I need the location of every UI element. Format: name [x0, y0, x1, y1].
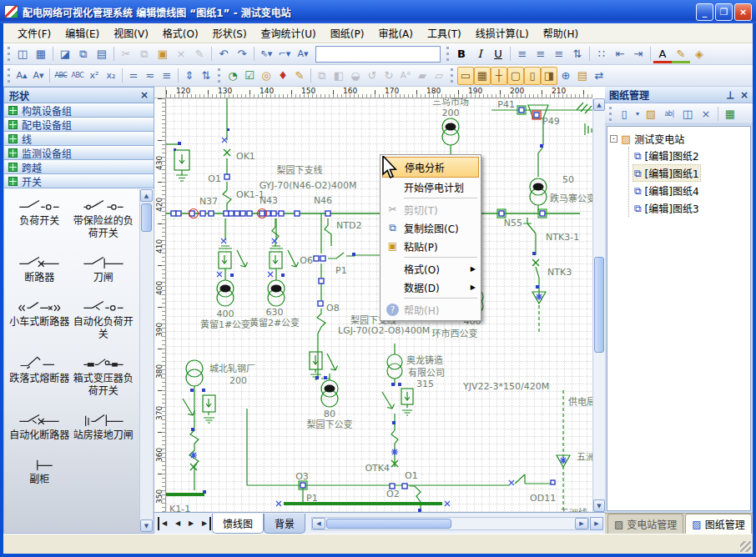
strikethrough-icon[interactable]: ABC: [53, 67, 69, 85]
scrollbar-thumb[interactable]: [326, 519, 451, 529]
send-back-icon[interactable]: ▱: [431, 67, 447, 85]
new-drawing-dropdown[interactable]: ▾: [633, 104, 642, 123]
menu-item[interactable]: 形状(S): [207, 23, 253, 43]
menu-item[interactable]: 文件(F): [12, 23, 57, 43]
shape-item-load-switch[interactable]: 负荷开关: [8, 197, 72, 240]
menu-item[interactable]: 工具(T): [421, 23, 467, 43]
font-color-icon[interactable]: A: [653, 45, 672, 63]
subscript-icon[interactable]: x₂: [103, 67, 119, 85]
last-sheet-button[interactable]: ▶: [198, 517, 211, 530]
canvas-vertical-scrollbar[interactable]: ▲ ▼: [592, 98, 605, 512]
shape-item-trolley-breaker[interactable]: 小车式断路器: [8, 298, 72, 341]
page-setup-icon[interactable]: ▯: [524, 67, 541, 85]
edit-note-icon[interactable]: ✎: [291, 67, 308, 85]
swap-colors-icon[interactable]: ◨: [541, 67, 557, 85]
pan-zoom-icon[interactable]: ⊕: [557, 67, 574, 85]
context-menu-item-data[interactable]: 数据(D) ▶: [382, 278, 479, 296]
bullets-icon[interactable]: ∷: [592, 45, 611, 63]
space-above-icon[interactable]: ⇕: [181, 67, 198, 85]
shape-item-box-transformer-load-switch[interactable]: 箱式变压器负荷开关: [72, 354, 136, 398]
shape-item-dropout-fuse[interactable]: 跌落式熔断器: [8, 354, 72, 398]
fill-color-icon[interactable]: ◈: [690, 45, 708, 63]
paste-icon[interactable]: ▣: [154, 45, 172, 63]
drawing-tree-item[interactable]: ⧉ [编辑]图纸4: [633, 182, 701, 199]
grid-toggle-icon[interactable]: ▦: [474, 67, 491, 85]
menu-item[interactable]: 审批(A): [372, 23, 419, 43]
connector-tool-icon[interactable]: ⌐▾: [275, 45, 294, 63]
font-name-input[interactable]: [315, 46, 441, 63]
stamp-icon[interactable]: ♦: [275, 67, 291, 85]
scrollbar-track[interactable]: [452, 518, 575, 529]
line-spacing-15-icon[interactable]: ≂: [142, 67, 159, 85]
rotate-left-icon[interactable]: ↺: [364, 67, 381, 85]
next-sheet-button[interactable]: ▶: [184, 517, 198, 530]
delete-drawing-icon[interactable]: ×: [697, 104, 715, 123]
approve-drawing-icon[interactable]: ☑: [241, 67, 258, 85]
shape-group-bar[interactable]: 开关: [3, 174, 154, 188]
shape-item-circuit-breaker[interactable]: 断路器: [8, 253, 72, 284]
properties-icon[interactable]: ▤: [574, 67, 591, 85]
vertical-text-icon[interactable]: ⇅: [568, 45, 587, 63]
sheet-tab[interactable]: 背景: [264, 514, 305, 534]
new-drawing-icon[interactable]: ▯: [615, 104, 633, 123]
menu-item[interactable]: 编辑(E): [59, 23, 105, 43]
scroll-down-icon[interactable]: ▼: [140, 519, 153, 532]
line-spacing-single-icon[interactable]: =: [125, 67, 142, 85]
bring-front-icon[interactable]: ▰: [414, 67, 431, 85]
align-shapes-icon[interactable]: ⧉: [314, 67, 330, 85]
superscript-icon[interactable]: x²: [86, 67, 103, 85]
menu-item[interactable]: 线损计算(L): [470, 23, 535, 43]
collapse-icon[interactable]: -: [610, 135, 617, 143]
text-tool-icon[interactable]: A▾: [294, 45, 312, 63]
scroll-right-icon[interactable]: ▶: [575, 518, 588, 529]
shape-group-bar[interactable]: 跨越: [3, 160, 154, 174]
grow-font-icon[interactable]: A▴: [13, 67, 30, 85]
gallery-scrollbar[interactable]: ▲ ▼: [139, 189, 153, 532]
context-menu-item-help[interactable]: ? 帮助(H): [382, 300, 479, 319]
shape-group-bar[interactable]: 构筑设备组: [3, 103, 154, 118]
toolbar-grip[interactable]: [8, 68, 11, 83]
rename-drawing-icon[interactable]: ab|: [660, 104, 678, 123]
context-menu-item-paste[interactable]: ▣ 粘贴(P): [382, 237, 479, 255]
copy-icon[interactable]: ⧉: [135, 45, 154, 63]
context-menu-item-start-outage-plan[interactable]: 开始停电计划: [382, 178, 479, 196]
line-spacing-double-icon[interactable]: ≡: [159, 67, 175, 85]
shape-group-bar[interactable]: 线: [3, 132, 154, 146]
menu-item[interactable]: 视图(V): [108, 23, 154, 43]
first-sheet-button[interactable]: ◀: [158, 517, 171, 530]
menu-item[interactable]: 格式(O): [157, 23, 204, 43]
drawing-tree-item[interactable]: ⧉ [编辑]图纸2: [633, 147, 701, 164]
shape-item-automated-load-switch[interactable]: 自动化负荷开关: [72, 298, 136, 341]
open-drawing-icon[interactable]: ▨: [642, 104, 660, 123]
toolbar-grip[interactable]: [8, 47, 11, 61]
calculator-icon[interactable]: ▦: [32, 45, 50, 63]
format-painter-icon[interactable]: ✎: [190, 45, 209, 63]
scrollbar-corner[interactable]: ▶: [590, 517, 603, 530]
drawing-tree-item[interactable]: ⧉ [编辑]图纸1: [633, 164, 701, 182]
cut-icon[interactable]: ✂: [117, 45, 135, 63]
scroll-left-icon[interactable]: ◀: [312, 518, 325, 529]
underline-icon[interactable]: U: [489, 45, 507, 63]
restore-button[interactable]: ❐: [715, 3, 733, 21]
shrink-font-icon[interactable]: A▾: [30, 67, 47, 85]
close-icon[interactable]: ×: [140, 89, 149, 101]
scroll-down-icon[interactable]: ▼: [593, 499, 605, 512]
align-left-icon[interactable]: ≡: [513, 45, 532, 63]
marquee-toggle-icon[interactable]: ▢: [507, 67, 524, 85]
substation-diagram-icon[interactable]: ▦: [721, 104, 739, 123]
panels-icon[interactable]: ◫: [13, 45, 32, 63]
print-preview-icon[interactable]: ⧉: [74, 45, 93, 63]
indent-icon[interactable]: ⇥: [629, 45, 648, 63]
guides-toggle-icon[interactable]: ┼: [491, 67, 507, 85]
save-icon[interactable]: ◪: [56, 45, 74, 63]
flip-horizontal-icon[interactable]: ◧: [330, 67, 347, 85]
panel-tab[interactable]: ▨ 变电站管理: [607, 514, 683, 534]
delete-icon[interactable]: ×: [172, 45, 190, 63]
context-menu-item-copy-drawing[interactable]: ⧉ 复制绘图(C): [382, 218, 479, 237]
undo-icon[interactable]: ↶: [214, 45, 233, 63]
italic-icon[interactable]: I: [471, 45, 489, 63]
toolbar-grip[interactable]: [609, 107, 612, 121]
close-icon[interactable]: ×: [740, 89, 748, 101]
tree-root-substation[interactable]: - ▨ 测试变电站: [610, 131, 748, 147]
scrollbar-thumb[interactable]: [141, 203, 152, 232]
